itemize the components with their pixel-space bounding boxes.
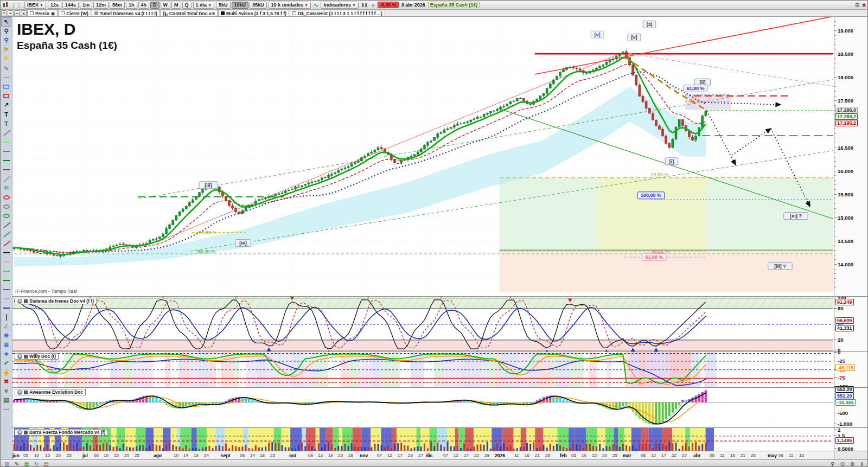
ellipse-red-icon[interactable] xyxy=(1,193,11,202)
timeframe-button-12s[interactable]: 12s xyxy=(48,2,61,9)
chart-type-icon[interactable] xyxy=(3,2,8,8)
alert-icon[interactable]: ⚑ xyxy=(1,54,11,63)
indicator-tab-2[interactable]: Tunel Domenec v4 (t t t t t) xyxy=(92,10,160,16)
close-icon[interactable]: ✕ xyxy=(17,390,22,395)
confirm-icon[interactable]: ✔ xyxy=(1,359,11,368)
symbol-selector[interactable]: IBEX▼ xyxy=(24,2,46,9)
pipe-tool-icon[interactable] xyxy=(1,128,11,137)
indicators-dropdown[interactable]: Indicadores▼ xyxy=(321,2,358,9)
polyline-tool-icon[interactable]: ∿ xyxy=(1,63,11,73)
more-tools-icon[interactable]: ∨ xyxy=(1,386,11,395)
timeframe-button-1h[interactable]: 1h xyxy=(126,2,137,9)
volume-button-35ku[interactable]: 35kU xyxy=(250,2,267,9)
date-axis[interactable]: jun0510152025jul0610152025ago10141924sep… xyxy=(12,451,834,459)
dots-icon[interactable]: ⋯ xyxy=(1,405,11,414)
ellipse-brown-icon[interactable] xyxy=(1,202,11,211)
indicator-tab-5[interactable]: D$_CotasHist (1 t t t 3 1 1 t f f f f f … xyxy=(290,10,385,16)
layers-icon[interactable]: ▤ xyxy=(42,460,50,467)
timeframe-button-4h[interactable]: 4h xyxy=(138,2,150,9)
segment-tool-icon[interactable] xyxy=(1,73,11,82)
collapse-button[interactable]: ^ xyxy=(1,10,7,16)
panel-header-0[interactable]: ✕Sistema de trenes Doc v4 (f f) xyxy=(15,298,97,304)
indicator-panel-1[interactable] xyxy=(1,352,834,388)
timeframe-button-w[interactable]: W xyxy=(161,2,171,9)
add-red-button[interactable]: + xyxy=(8,10,14,16)
edit-icon[interactable]: ✎ xyxy=(12,460,21,467)
level-black-icon[interactable] xyxy=(1,248,11,257)
close-icon[interactable]: ✕ xyxy=(17,354,22,359)
scroll-end-icon[interactable]: ⇟ xyxy=(858,460,866,467)
timeframe-button-144s[interactable]: 144s xyxy=(62,2,79,9)
angle-tool-icon[interactable]: ∠ xyxy=(1,322,11,331)
palette-icon[interactable]: ▥ xyxy=(3,460,11,467)
panel-header-2[interactable]: ✕Awesome Evolution Doc xyxy=(15,389,86,395)
timeframe-button-1m[interactable]: 1m xyxy=(80,2,92,9)
grid-view-icon[interactable]: ▦ xyxy=(22,460,31,467)
pan1-separator[interactable] xyxy=(1,351,868,352)
clipboard-icon[interactable]: ▤ xyxy=(1,395,11,405)
volume-button-10ku[interactable]: 10kU xyxy=(232,2,249,9)
panel-header-1[interactable]: ✕Willy Doc (t) xyxy=(15,353,59,360)
timeframe-button-12m[interactable]: 12m xyxy=(93,2,108,9)
layout-grid-icon[interactable]: ⊞ xyxy=(855,2,859,8)
level-red-icon[interactable] xyxy=(1,285,11,294)
alert-add-icon[interactable]: ⚑ xyxy=(1,45,11,54)
period-dropdown[interactable]: 1 día▼ xyxy=(193,2,214,9)
trendline-green-icon[interactable] xyxy=(1,229,11,239)
main-price-chart[interactable]: [iii][iv][v][v](3)[i][ii][iii] ?[iii] ?6… xyxy=(1,17,834,294)
list-icon[interactable]: ≣ xyxy=(51,11,55,16)
indicator-panel-0[interactable] xyxy=(1,297,834,352)
rect-blue-tool-icon[interactable] xyxy=(1,82,11,91)
indicator-tab-3[interactable]: Control Total Doc v.6 xyxy=(161,10,218,16)
pattern-icon[interactable]: ≋ xyxy=(1,183,11,193)
units-dropdown[interactable]: 10 k unidades▼ xyxy=(269,2,311,9)
zoom-area-icon[interactable]: ⚲ xyxy=(1,36,11,45)
refresh-icon[interactable]: ↻ xyxy=(32,460,41,467)
pause-icon[interactable]: ❚❚ xyxy=(360,3,369,7)
level-deepgreen-icon[interactable] xyxy=(1,276,11,285)
indicator-tab-4[interactable]: Multi Avisos (3 f 3 1,5 70 f f) xyxy=(218,10,289,16)
remove-button[interactable]: x xyxy=(21,10,27,16)
hline-green-icon[interactable] xyxy=(1,146,11,156)
timeframe-button-56m[interactable]: 56m xyxy=(110,2,125,9)
indicator-panel-2[interactable] xyxy=(1,388,834,428)
menu-grid-icon[interactable]: ⋮⋮ xyxy=(10,2,23,8)
ellipse-green-icon[interactable] xyxy=(1,211,11,220)
pan2-separator[interactable] xyxy=(1,387,868,388)
text-tool-icon[interactable]: T xyxy=(1,110,11,119)
fibonacci-tool-icon[interactable]: ≣ xyxy=(1,340,11,349)
add-green-button[interactable]: + xyxy=(14,10,20,16)
hline-darkgreen-icon[interactable] xyxy=(1,156,11,165)
indicator-tab-1[interactable]: Cierre (W) xyxy=(58,10,91,16)
rect-red-tool-icon[interactable] xyxy=(1,91,11,100)
vline-tool-icon[interactable] xyxy=(1,312,11,322)
ruler-icon[interactable] xyxy=(1,174,11,183)
arrow-tool-icon[interactable]: ↗ xyxy=(1,100,11,110)
record-icon[interactable]: ● xyxy=(371,2,376,8)
zoom-out-icon[interactable]: ⊖ xyxy=(838,460,847,467)
timeframe-button-d[interactable]: D xyxy=(150,2,159,9)
indicator-panel-3[interactable] xyxy=(1,428,834,451)
level-brightgreen-icon[interactable] xyxy=(1,266,11,276)
zoom-fit-icon[interactable]: ⚲ xyxy=(828,460,837,467)
thumbs-up-icon[interactable]: ✌ xyxy=(1,368,11,377)
zoom-icon[interactable]: ⚲ xyxy=(1,27,11,36)
close-icon[interactable]: ✕ xyxy=(17,430,22,435)
hline-lightgreen-icon[interactable] xyxy=(1,137,11,146)
pan3-separator[interactable] xyxy=(1,427,868,428)
hline-red-icon[interactable] xyxy=(1,165,11,174)
window-close-icon[interactable]: ✖ xyxy=(862,2,866,8)
fan-tool-icon[interactable]: ∗ xyxy=(1,349,11,359)
trendline-gray-icon[interactable] xyxy=(1,220,11,229)
level-lightblue-icon[interactable] xyxy=(1,294,11,303)
level-pink-icon[interactable] xyxy=(1,257,11,266)
timeframe-button-q[interactable]: Q xyxy=(182,2,192,9)
cursor-icon[interactable]: ↖ xyxy=(1,17,11,27)
zoom-in-icon[interactable]: ⊕ xyxy=(848,460,857,467)
indicator-tab-0[interactable]: Precio≣ xyxy=(27,10,58,16)
close-icon[interactable]: ✕ xyxy=(17,299,22,304)
panel-header-3[interactable]: ✕Barra Fuerza Fondo Mercado v4 (f) xyxy=(15,429,108,436)
trendline-red-icon[interactable] xyxy=(1,239,11,248)
delete-icon[interactable]: ✖ xyxy=(1,377,11,386)
callout-tool-icon[interactable]: T xyxy=(1,119,11,128)
